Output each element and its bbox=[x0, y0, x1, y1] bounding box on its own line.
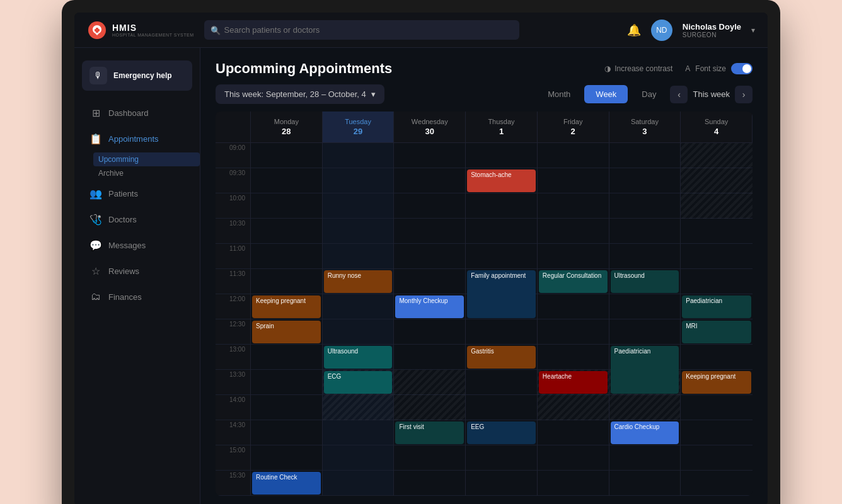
logo-area: HMIS HOSPITAL MANAGEMENT SYSTEM bbox=[87, 20, 194, 40]
time-slot-day0-8 bbox=[251, 345, 322, 370]
font-size-label: Font size bbox=[695, 64, 726, 73]
logo-icon bbox=[87, 20, 107, 40]
time-slot-day1-11 bbox=[323, 420, 394, 445]
week-selector[interactable]: This week: September, 28 – October, 4 ▾ bbox=[216, 84, 384, 104]
time-slot-day3-2 bbox=[466, 193, 537, 219]
appointment-10[interactable]: Ultrasound bbox=[324, 346, 393, 369]
day-name: Thusday bbox=[470, 118, 533, 125]
time-slot-day2-13 bbox=[394, 471, 465, 496]
view-tabs: Month Week Day ‹ This week › bbox=[536, 85, 753, 103]
appointment-2[interactable]: Regular Consultation bbox=[539, 270, 608, 293]
time-label-2: 10:00 bbox=[216, 193, 250, 219]
time-slot-day2-7 bbox=[394, 319, 465, 345]
time-slot-day4-1 bbox=[538, 168, 609, 193]
day-name: Monday bbox=[255, 118, 318, 125]
time-slot-day2-3 bbox=[394, 219, 465, 244]
logo-text: HMIS HOSPITAL MANAGEMENT SYSTEM bbox=[112, 23, 194, 37]
logo-hmis: HMIS bbox=[112, 23, 194, 33]
time-slot-day4-11 bbox=[538, 420, 609, 445]
time-slot-day0-12 bbox=[251, 445, 322, 471]
appointment-13[interactable]: ECG bbox=[324, 371, 393, 394]
appointment-18[interactable]: Cardio Checkup bbox=[611, 421, 679, 444]
appointments-icon: 📋 bbox=[89, 133, 102, 145]
appointment-9[interactable]: MRI bbox=[682, 321, 751, 343]
search-wrap[interactable]: 🔍 bbox=[204, 20, 519, 40]
appointment-15[interactable]: Keeping pregnant bbox=[682, 371, 751, 394]
sidebar-item-appointments[interactable]: 📋 Appointments bbox=[79, 127, 195, 151]
day-num: 29 bbox=[326, 127, 390, 136]
notification-icon[interactable]: 🔔 bbox=[627, 23, 641, 37]
time-slot-day3-4 bbox=[466, 244, 537, 269]
sidebar-sub-upcomming[interactable]: Upcomming bbox=[93, 152, 200, 166]
time-label-10: 14:00 bbox=[216, 395, 250, 420]
time-slot-day0-4 bbox=[251, 244, 322, 269]
time-slot-day5-3 bbox=[609, 219, 681, 244]
appointment-17[interactable]: EEG bbox=[467, 421, 536, 444]
emergency-button[interactable]: 🎙 Emergency help bbox=[82, 60, 192, 91]
sidebar-item-patients[interactable]: 👥 Patients bbox=[79, 181, 195, 206]
cal-header-day-6: Sunday4 bbox=[681, 112, 753, 143]
calendar-controls: This week: September, 28 – October, 4 ▾ … bbox=[200, 84, 768, 112]
appointment-3[interactable]: Family appointment bbox=[467, 270, 536, 318]
cal-header-day-5: Saturday3 bbox=[609, 112, 681, 143]
appointment-14[interactable]: Heartache bbox=[539, 371, 608, 394]
appointment-0[interactable]: Stomach-ache bbox=[467, 169, 536, 192]
tab-week[interactable]: Week bbox=[584, 85, 628, 103]
appointment-4[interactable]: Ultrasound bbox=[611, 270, 679, 293]
time-slot-day2-0 bbox=[394, 143, 465, 168]
day-name: Wednesday bbox=[398, 118, 461, 125]
week-dropdown-icon: ▾ bbox=[371, 89, 376, 99]
time-label-13: 15:30 bbox=[216, 471, 250, 496]
time-slot-day1-3 bbox=[323, 219, 394, 244]
time-column: 09:0009:3010:0010:3011:0011:3012:0012:30… bbox=[216, 143, 251, 496]
sidebar: 🎙 Emergency help ⊞ Dashboard 📋 Appointme… bbox=[74, 48, 200, 504]
sidebar-item-finances[interactable]: 🗂 Finances bbox=[79, 285, 195, 309]
sidebar-label-doctors: Doctors bbox=[108, 215, 137, 224]
sidebar-sub-archive[interactable]: Archive bbox=[93, 166, 200, 180]
finances-icon: 🗂 bbox=[89, 291, 102, 302]
time-slot-day6-13 bbox=[681, 471, 753, 496]
tab-day[interactable]: Day bbox=[630, 85, 667, 103]
time-slot-day1-4 bbox=[323, 244, 394, 269]
appointment-16[interactable]: First visit bbox=[395, 421, 464, 444]
time-slot-day0-10 bbox=[251, 395, 322, 420]
time-label-11: 14:30 bbox=[216, 420, 250, 445]
topbar-right: 🔔 ND Nicholas Doyle SURGEON ▾ bbox=[627, 20, 755, 41]
toggle-knob bbox=[742, 64, 751, 73]
contrast-button[interactable]: ◑ Increase contrast bbox=[604, 64, 672, 73]
laptop-frame: HMIS HOSPITAL MANAGEMENT SYSTEM 🔍 🔔 ND N… bbox=[62, 0, 780, 504]
appointment-8[interactable]: Sprain bbox=[252, 321, 321, 343]
appointment-19[interactable]: Routine Check bbox=[252, 472, 321, 495]
contrast-label: Increase contrast bbox=[614, 64, 672, 73]
sidebar-label-messages: Messages bbox=[108, 241, 146, 250]
time-slot-day4-3 bbox=[538, 219, 609, 244]
appointment-11[interactable]: Gastritis bbox=[467, 346, 536, 369]
appointment-6[interactable]: Keeping pregnant bbox=[252, 295, 321, 318]
time-slot-day3-12 bbox=[466, 445, 537, 471]
appointment-1[interactable]: Runny nose bbox=[324, 270, 393, 293]
time-label-7: 12:30 bbox=[216, 319, 250, 345]
user-menu-chevron[interactable]: ▾ bbox=[751, 26, 755, 35]
time-slot-day6-11 bbox=[681, 420, 753, 445]
search-input[interactable] bbox=[204, 20, 519, 40]
appointment-7[interactable]: Monthly Checkup bbox=[395, 295, 464, 318]
day-col-4: Regular ConsultationHeartache bbox=[538, 143, 609, 496]
time-slot-day5-12 bbox=[609, 445, 681, 471]
sidebar-item-reviews[interactable]: ☆ Reviews bbox=[79, 259, 195, 284]
font-size-control: A Font size bbox=[685, 63, 753, 74]
day-name: Friday bbox=[541, 118, 605, 125]
time-slot-day0-0 bbox=[251, 143, 322, 168]
sidebar-item-doctors[interactable]: 🩺 Doctors bbox=[79, 207, 195, 232]
next-week-button[interactable]: › bbox=[735, 86, 753, 103]
sidebar-item-dashboard[interactable]: ⊞ Dashboard bbox=[79, 101, 195, 125]
prev-week-button[interactable]: ‹ bbox=[670, 86, 688, 103]
font-size-toggle[interactable] bbox=[731, 63, 753, 74]
tab-month[interactable]: Month bbox=[536, 85, 582, 103]
dashboard-icon: ⊞ bbox=[89, 107, 102, 119]
appointment-5[interactable]: Paediatrician bbox=[682, 295, 751, 318]
time-slot-day4-4 bbox=[538, 244, 609, 269]
avatar-initials: ND bbox=[656, 26, 667, 35]
sidebar-item-messages[interactable]: 💬 Messages bbox=[79, 233, 195, 258]
messages-icon: 💬 bbox=[89, 239, 102, 251]
appointment-12[interactable]: Paediatrician bbox=[611, 346, 679, 394]
